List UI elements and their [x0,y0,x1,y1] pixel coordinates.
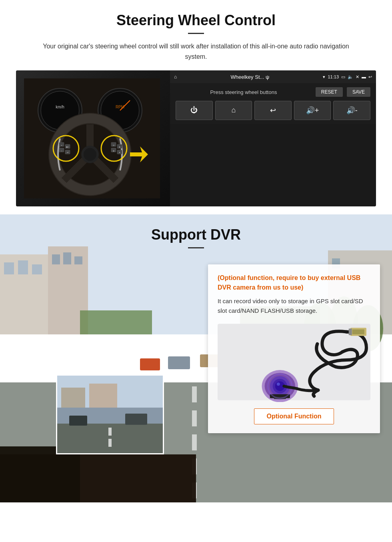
steering-section: Steering Wheel Control Your original car… [0,0,392,214]
svg-text:▶|: ▶| [66,146,68,148]
time-display: 11:13 [328,74,339,79]
svg-text:⊙: ⊙ [113,144,114,146]
app-name: Wheelkey St... ψ [180,74,320,80]
title-divider [188,33,204,34]
steering-control-panel: Press steering wheel buttons RESET SAVE … [170,83,376,124]
home-key[interactable]: ⌂ [215,101,252,120]
steering-control-top: Press steering wheel buttons RESET SAVE [176,87,370,97]
svg-rect-63 [0,446,80,502]
steering-title: Steering Wheel Control [16,12,376,29]
steering-buttons-grid: ⏻ ⌂ ↩ 🔊+ 🔊- [176,101,370,120]
svg-text:↩: ↩ [67,151,69,154]
dvr-content: (Optional function, require to buy exter… [0,264,392,433]
steering-subtitle: Your original car's steering wheel contr… [32,41,360,62]
wifi-icon: ▾ [323,74,325,80]
close-icon: ✕ [356,74,359,80]
svg-text:◈: ◈ [119,146,120,148]
status-icons: ▾ 11:13 ▭ 🔈 ✕ ▬ ↩ [323,74,372,80]
home-icon: ⌂ [174,74,177,80]
svg-point-82 [277,382,280,386]
press-prompt: Press steering wheel buttons [176,89,312,95]
steering-image-container: km/h RPM [16,70,376,206]
save-button[interactable]: SAVE [347,87,370,97]
window-icon: ▬ [362,74,366,79]
back-key[interactable]: ↩ [254,101,292,120]
back-icon: ↩ [368,74,372,80]
steering-photo: km/h RPM [16,70,170,206]
dvr-camera-image [218,322,370,402]
svg-point-14 [84,148,96,161]
dvr-cable-svg [218,322,370,402]
optional-text: (Optional function, require to buy exter… [218,273,370,292]
volume-icon: 🔈 [348,74,353,80]
svg-rect-75 [352,330,364,334]
reset-button[interactable]: RESET [316,87,343,97]
dvr-section: Support DVR (Optional function, require … [0,214,392,502]
camera-icon: ▭ [341,74,345,80]
svg-text:⊕: ⊕ [113,150,114,152]
dvr-info-card: (Optional function, require to buy exter… [208,264,380,433]
svg-rect-70 [108,439,112,447]
svg-text:✦: ✦ [119,151,120,154]
svg-text:km/h: km/h [56,105,64,109]
svg-rect-50 [192,434,197,450]
android-ui: ⌂ Wheelkey St... ψ ▾ 11:13 ▭ 🔈 ✕ ▬ ↩ Pre… [170,70,376,206]
android-statusbar: ⌂ Wheelkey St... ψ ▾ 11:13 ▭ 🔈 ✕ ▬ ↩ [170,70,376,83]
svg-rect-76 [349,329,352,335]
optional-function-button[interactable]: Optional Function [254,408,334,424]
dvr-description: It can record video only to storage in G… [218,296,370,316]
dvr-title-divider [188,247,204,248]
dvr-title: Support DVR [0,226,392,243]
steering-wheel-svg: km/h RPM [24,78,160,198]
svg-rect-42 [74,256,82,264]
dvr-title-area: Support DVR [0,214,392,256]
vol-down-key[interactable]: 🔊- [333,101,370,120]
svg-text:+: + [61,144,62,146]
power-key[interactable]: ⏻ [176,101,213,120]
vol-up-key[interactable]: 🔊+ [294,101,331,120]
svg-text:−: − [61,150,62,152]
